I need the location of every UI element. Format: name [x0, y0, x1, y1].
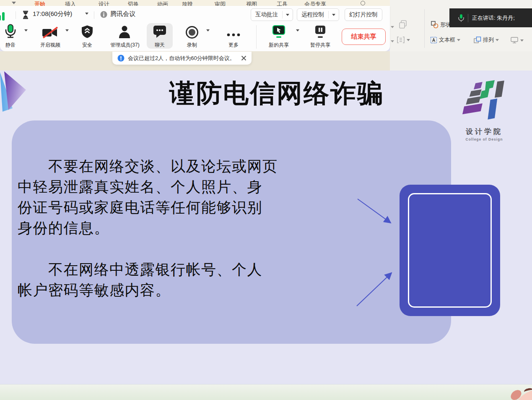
annotate-label: 互动批注	[251, 11, 282, 18]
security-button[interactable]	[73, 24, 102, 39]
meeting-toolbar: 17:08(60分钟) 腾讯会议 互动批注 远程控制 幻灯片控制	[0, 6, 390, 51]
chevron-down-icon[interactable]	[391, 40, 394, 42]
chevron-down-icon	[520, 39, 524, 42]
new-share-label: 新的共享	[264, 42, 293, 49]
divider	[256, 25, 257, 49]
app-title: 腾讯会议	[110, 10, 135, 18]
arrow-to-box-bottom	[357, 273, 392, 306]
divider	[94, 11, 94, 19]
screen: 开始 插入 设计 切换 动画 放映 审阅 视图 工具 会员专享 形状 文本框	[0, 0, 532, 400]
align-icon	[397, 36, 405, 44]
ppt-tab-slideshow[interactable]: 放映	[182, 0, 193, 6]
slide-canvas: 谨防电信网络诈骗 设计学院 College of Design 不要在网络交谈、…	[0, 71, 532, 384]
speaking-indicator: 正在讲话: 朱丹丹;	[449, 8, 532, 27]
more-label: 更多	[219, 42, 248, 49]
textbox-icon	[430, 37, 437, 44]
close-icon[interactable]	[241, 55, 247, 61]
next-slide-strip	[0, 384, 532, 400]
search-icon[interactable]	[361, 1, 365, 5]
notification-text: 会议已超过2人，自动转为60分钟限时会议。	[128, 55, 235, 62]
chat-button[interactable]	[145, 24, 174, 39]
end-share-button[interactable]: 结束共享	[342, 29, 386, 45]
remote-control-label: 远程控制	[297, 11, 328, 18]
ppt-tab-animation[interactable]: 动画	[157, 0, 168, 6]
ppt-tab-insert[interactable]: 插入	[65, 0, 76, 6]
mute-button[interactable]	[0, 24, 25, 39]
chevron-down-icon	[496, 39, 499, 41]
ppt-tab-transition[interactable]: 切换	[128, 0, 139, 6]
textbox-button[interactable]: 文本框	[430, 36, 460, 44]
shapes-icon	[431, 21, 439, 29]
record-icon	[185, 25, 199, 39]
shapes-button[interactable]: 形状	[431, 21, 451, 29]
image-placeholder-box	[400, 185, 500, 316]
chevron-down-icon[interactable]	[85, 13, 88, 15]
meeting-timer[interactable]: 17:08(60分钟)	[33, 10, 72, 18]
ppt-tab-home[interactable]: 开始	[34, 0, 45, 6]
start-video-button[interactable]	[36, 24, 65, 39]
ppt-tab-tools[interactable]: 工具	[277, 0, 288, 6]
remote-control-button[interactable]: 远程控制	[297, 8, 339, 21]
app-name-text: 腾讯会议	[110, 10, 135, 18]
meeting-notification: 会议已超过2人，自动转为60分钟限时会议。	[112, 52, 252, 65]
arrange-button[interactable]: 排列	[474, 36, 499, 44]
divider	[16, 11, 16, 19]
microphone-icon	[4, 24, 17, 39]
monitor-icon	[511, 37, 519, 44]
record-label: 录制	[177, 42, 207, 49]
ppt-background-strip	[0, 51, 532, 71]
pause-share-icon	[313, 25, 327, 39]
screen-share-icon	[272, 25, 286, 39]
speaking-text: 正在讲话: 朱丹丹;	[472, 14, 515, 22]
slide-control-label: 幻灯片控制	[345, 11, 382, 18]
security-label: 安全	[73, 42, 102, 49]
camera-off-icon	[42, 26, 59, 39]
alert-info-icon	[117, 55, 125, 62]
chevron-down-icon	[457, 39, 460, 41]
speaking-mic-icon	[458, 14, 465, 22]
copy-format-icon[interactable]	[399, 20, 407, 29]
chat-label: 聊天	[145, 42, 174, 49]
manage-members-label: 管理成员(37)	[106, 42, 144, 49]
align-button[interactable]	[397, 36, 410, 44]
collapse-ribbon-icon[interactable]	[12, 2, 16, 4]
pages-icon	[399, 20, 407, 29]
arrange-label: 排列	[483, 36, 494, 44]
slide-control-button[interactable]: 幻灯片控制	[345, 8, 382, 21]
more-button[interactable]	[219, 31, 248, 37]
ribbon-divider	[424, 9, 425, 48]
chat-icon	[153, 24, 167, 39]
new-share-button[interactable]	[264, 24, 293, 39]
ppt-tab-view[interactable]: 视图	[246, 0, 257, 6]
pause-share-button[interactable]	[306, 24, 335, 39]
chevron-down-icon[interactable]	[283, 14, 293, 16]
textbox-label: 文本框	[439, 36, 455, 44]
chevron-down-icon[interactable]	[391, 26, 394, 28]
ppt-tab-review[interactable]: 审阅	[215, 0, 226, 6]
monitor-button[interactable]	[511, 37, 524, 44]
divider	[468, 14, 468, 22]
shield-icon	[81, 25, 93, 39]
mute-label: 静音	[0, 42, 21, 49]
chevron-down-icon[interactable]	[329, 14, 339, 16]
members-icon	[118, 25, 131, 39]
image-placeholder-border	[408, 193, 492, 308]
manage-members-button[interactable]	[110, 24, 139, 39]
video-options-chevron-icon[interactable]	[65, 29, 69, 31]
network-signal-icon	[0, 11, 7, 21]
start-video-label: 开启视频	[29, 42, 71, 49]
share-options-chevron-icon[interactable]	[296, 29, 299, 31]
ppt-tab-design[interactable]: 设计	[99, 0, 109, 6]
hourglass-icon	[22, 10, 29, 19]
record-button[interactable]	[177, 24, 207, 39]
record-options-chevron-icon[interactable]	[206, 29, 210, 31]
timer-text: 17:08(60分钟)	[33, 10, 72, 18]
ppt-tab-member[interactable]: 会员专享	[304, 0, 326, 6]
more-dots-icon	[226, 33, 241, 37]
arrange-icon	[474, 37, 481, 44]
ppt-background-right	[390, 51, 532, 71]
mic-options-chevron-icon[interactable]	[24, 29, 28, 31]
arrow-to-box-top	[358, 199, 391, 223]
annotate-button[interactable]: 互动批注	[251, 8, 293, 21]
info-icon[interactable]	[100, 11, 107, 18]
